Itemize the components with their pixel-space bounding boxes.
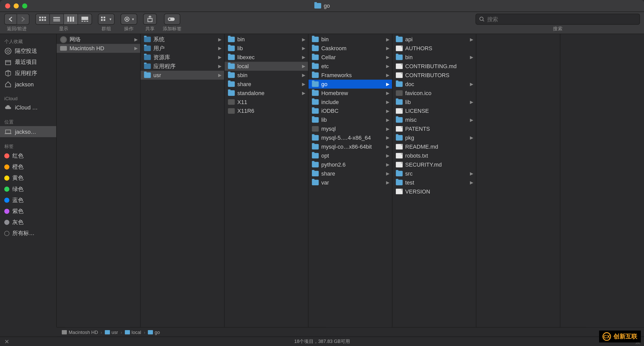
- tag-item-红色[interactable]: 红色: [0, 150, 56, 161]
- svg-rect-0: [39, 17, 41, 18]
- file-row-favicon.ico[interactable]: favicon.ico: [393, 89, 476, 98]
- share-label: 共享: [145, 26, 155, 32]
- sidebar-item-jackson[interactable]: jackson: [0, 79, 56, 90]
- file-row-Macintosh HD[interactable]: Macintosh HD▶: [57, 44, 140, 53]
- file-row-PATENTS[interactable]: PATENTS: [393, 124, 476, 133]
- file-row-Cellar[interactable]: Cellar▶: [308, 53, 392, 62]
- file-row-lib[interactable]: lib▶: [225, 44, 308, 53]
- file-row-robots.txt[interactable]: robots.txt: [393, 151, 476, 160]
- sidebar-item-应用程序[interactable]: 应用程序: [0, 68, 56, 79]
- column-5: [476, 34, 560, 327]
- file-row-include[interactable]: include▶: [308, 98, 392, 107]
- file-row-local[interactable]: local▶: [225, 62, 308, 71]
- file-row-网络[interactable]: 网络▶: [57, 35, 140, 44]
- file-row-bin[interactable]: bin▶: [225, 35, 308, 44]
- tag-item-灰色[interactable]: 灰色: [0, 217, 56, 228]
- home-icon: [4, 80, 12, 88]
- forward-button[interactable]: [17, 14, 29, 25]
- view-group: 显示: [35, 14, 92, 32]
- file-row-AUTHORS[interactable]: AUTHORS: [393, 44, 476, 53]
- file-row-test[interactable]: test▶: [393, 178, 476, 187]
- add-tags-button[interactable]: [164, 14, 180, 25]
- settings-icon[interactable]: ✕: [4, 338, 9, 345]
- tag-item-蓝色[interactable]: 蓝色: [0, 195, 56, 206]
- icon-view-button[interactable]: [35, 14, 50, 25]
- file-row-mysql-co…x86-64bit[interactable]: mysql-co…x86-64bit▶: [308, 142, 392, 151]
- chevron-right-icon: ▶: [218, 73, 222, 77]
- share-button[interactable]: [143, 14, 157, 25]
- file-row-Caskroom[interactable]: Caskroom▶: [308, 44, 392, 53]
- file-row-X11R6[interactable]: X11R6: [225, 107, 308, 116]
- tag-item-所有标…[interactable]: 所有标…: [0, 228, 56, 239]
- file-row-go[interactable]: go▶: [308, 80, 392, 89]
- list-view-button[interactable]: [50, 14, 64, 25]
- file-row-CONTRIBUTORS[interactable]: CONTRIBUTORS: [393, 71, 476, 80]
- sidebar-item-iCloud …[interactable]: iCloud …: [0, 102, 56, 113]
- file-row-python2.6[interactable]: python2.6▶: [308, 160, 392, 169]
- file-label: LICENSE: [405, 108, 474, 114]
- file-row-mysql-5.…4-x86_64[interactable]: mysql-5.…4-x86_64▶: [308, 133, 392, 142]
- alias-icon: [228, 99, 235, 105]
- file-icon: [396, 73, 403, 78]
- sidebar-item-最近项目[interactable]: 最近项目: [0, 57, 56, 68]
- file-row-etc[interactable]: etc▶: [308, 62, 392, 71]
- file-row-资源库[interactable]: 资源库▶: [140, 53, 224, 62]
- tag-item-黄色[interactable]: 黄色: [0, 172, 56, 184]
- sidebar-item-jackso…[interactable]: jackso…: [0, 126, 56, 137]
- file-row-lib[interactable]: lib▶: [393, 98, 476, 107]
- gallery-view-button[interactable]: [78, 14, 92, 25]
- zoom-button[interactable]: [22, 3, 27, 8]
- minimize-button[interactable]: [14, 3, 19, 8]
- search-input[interactable]: [487, 16, 636, 22]
- file-row-lib[interactable]: lib▶: [308, 115, 392, 124]
- file-row-sbin[interactable]: sbin▶: [225, 71, 308, 80]
- group-button[interactable]: ▾: [98, 14, 115, 25]
- file-row-SECURITY.md[interactable]: SECURITY.md: [393, 160, 476, 169]
- folder-icon: [144, 73, 151, 78]
- column-view-button[interactable]: [64, 14, 78, 25]
- file-row-LICENSE[interactable]: LICENSE: [393, 107, 476, 116]
- file-row-doc[interactable]: doc▶: [393, 80, 476, 89]
- file-row-用户[interactable]: 用户▶: [140, 44, 224, 53]
- breadcrumb-Macintosh HD[interactable]: Macintosh HD: [62, 330, 98, 335]
- file-row-share[interactable]: share▶: [225, 80, 308, 89]
- search-field[interactable]: [476, 14, 640, 25]
- file-row-api[interactable]: api▶: [393, 35, 476, 44]
- sidebar-item-隔空投送[interactable]: 隔空投送: [0, 46, 56, 57]
- breadcrumb-go[interactable]: go: [148, 330, 160, 335]
- file-row-opt[interactable]: opt▶: [308, 151, 392, 160]
- tag-item-橙色[interactable]: 橙色: [0, 161, 56, 172]
- folder-icon: [312, 81, 319, 87]
- file-row-mysql[interactable]: mysql▶: [308, 124, 392, 133]
- file-icon: [396, 64, 403, 69]
- file-row-应用程序[interactable]: 应用程序▶: [140, 62, 224, 71]
- file-row-README.md[interactable]: README.md: [393, 142, 476, 151]
- chevron-right-icon: ▶: [386, 171, 389, 176]
- file-row-系统[interactable]: 系统▶: [140, 35, 224, 44]
- file-row-VERSION[interactable]: VERSION: [393, 187, 476, 196]
- file-row-libexec[interactable]: libexec▶: [225, 53, 308, 62]
- file-label: share: [237, 81, 300, 87]
- file-icon: [396, 108, 403, 114]
- file-row-src[interactable]: src▶: [393, 169, 476, 178]
- file-row-pkg[interactable]: pkg▶: [393, 133, 476, 142]
- close-button[interactable]: [5, 3, 10, 8]
- file-row-var[interactable]: var▶: [308, 178, 392, 187]
- tag-item-绿色[interactable]: 绿色: [0, 184, 56, 195]
- file-row-iODBC[interactable]: iODBC▶: [308, 107, 392, 116]
- action-button[interactable]: ▾: [120, 14, 137, 25]
- back-button[interactable]: [4, 14, 17, 25]
- file-row-bin[interactable]: bin▶: [308, 35, 392, 44]
- breadcrumb-local[interactable]: local: [125, 330, 141, 335]
- file-row-X11[interactable]: X11: [225, 98, 308, 107]
- file-row-share[interactable]: share▶: [308, 169, 392, 178]
- file-row-bin[interactable]: bin▶: [393, 53, 476, 62]
- file-row-Homebrew[interactable]: Homebrew▶: [308, 89, 392, 98]
- file-row-usr[interactable]: usr▶: [140, 71, 224, 80]
- file-row-Frameworks[interactable]: Frameworks▶: [308, 71, 392, 80]
- tag-item-紫色[interactable]: 紫色: [0, 206, 56, 217]
- breadcrumb-usr[interactable]: usr: [105, 330, 118, 335]
- file-row-misc[interactable]: misc▶: [393, 115, 476, 124]
- file-row-standalone[interactable]: standalone▶: [225, 89, 308, 98]
- file-row-CONTRIBUTING.md[interactable]: CONTRIBUTING.md: [393, 62, 476, 71]
